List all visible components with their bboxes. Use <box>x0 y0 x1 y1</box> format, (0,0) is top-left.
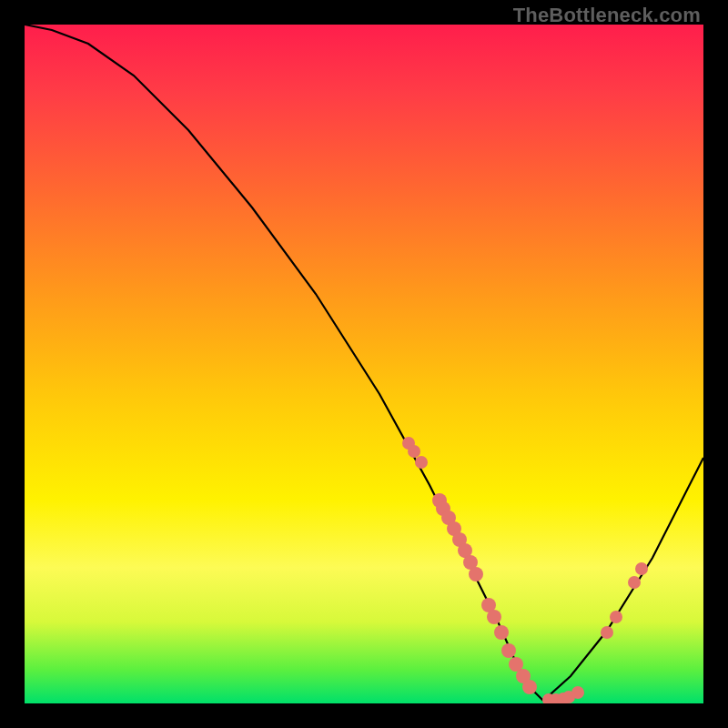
highlight-dot <box>610 611 622 623</box>
highlight-dot <box>635 562 648 575</box>
highlight-dot <box>469 567 483 581</box>
chart-svg <box>25 25 703 703</box>
curve-left-segment <box>25 25 543 701</box>
highlight-dot <box>487 610 501 624</box>
chart-plot-area <box>25 25 703 703</box>
highlight-dots <box>402 437 648 703</box>
highlight-dot <box>571 686 584 699</box>
highlight-dot <box>522 680 537 694</box>
highlight-dot <box>501 643 516 658</box>
highlight-dot <box>415 456 428 469</box>
highlight-dot <box>601 626 613 639</box>
watermark-text: TheBottleneck.com <box>513 4 701 27</box>
highlight-dot <box>628 576 641 589</box>
highlight-dot <box>494 625 509 640</box>
curve-right-segment <box>543 458 703 701</box>
curve-path <box>25 25 703 701</box>
highlight-dot <box>408 445 420 458</box>
